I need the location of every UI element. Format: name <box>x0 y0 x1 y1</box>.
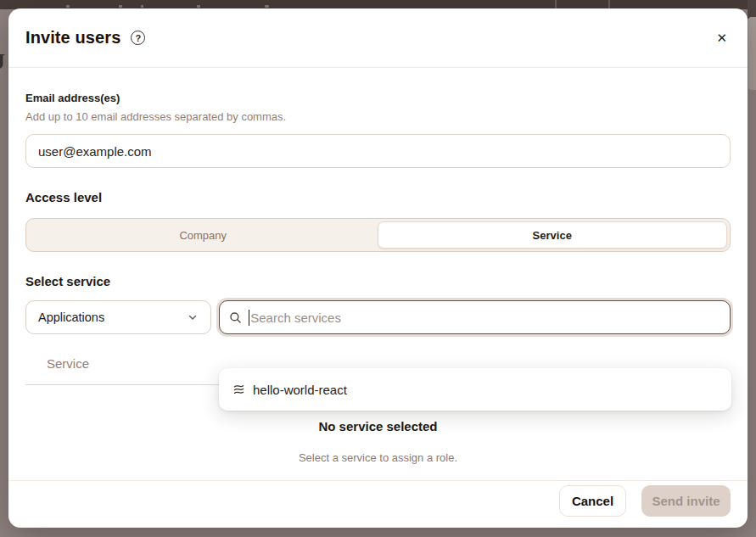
empty-state-subtitle: Select a service to assign a role. <box>25 451 731 464</box>
empty-state: No service selected Select a service to … <box>25 419 731 464</box>
service-search-box[interactable] <box>219 300 731 334</box>
segment-service-label: Service <box>533 229 572 242</box>
empty-state-title: No service selected <box>25 419 731 434</box>
search-result-item[interactable]: hello-world-react <box>219 374 731 405</box>
search-services-input[interactable] <box>250 310 720 325</box>
select-service-label: Select service <box>25 274 731 288</box>
background-text-fragment <box>265 5 269 8</box>
background-topbar-corner <box>748 0 756 19</box>
stack-icon <box>232 383 245 396</box>
service-type-select-value: Applications <box>38 310 104 324</box>
segment-service[interactable]: Service <box>378 221 728 249</box>
invite-users-modal: Invite users ? ✕ Email address(es) Add u… <box>8 8 748 528</box>
help-icon[interactable]: ? <box>131 31 145 45</box>
service-type-select[interactable]: Applications <box>25 300 211 334</box>
search-results-dropdown: hello-world-react <box>219 368 731 411</box>
segment-company[interactable]: Company <box>29 221 378 249</box>
segment-company-label: Company <box>179 229 227 242</box>
close-icon[interactable]: ✕ <box>713 28 731 48</box>
background-page-text-fragment: J <box>0 49 5 75</box>
modal-body: Email address(es) Add up to 10 email add… <box>8 68 748 480</box>
email-label: Email address(es) <box>25 92 731 104</box>
background-text-fragment <box>66 5 70 8</box>
background-text-fragment <box>141 5 143 8</box>
email-field[interactable] <box>25 134 731 168</box>
text-cursor <box>249 310 250 326</box>
email-hint: Add up to 10 email addresses separated b… <box>25 110 731 123</box>
background-text-fragment <box>197 5 200 8</box>
search-icon <box>229 311 242 324</box>
send-invite-button[interactable]: Send invite <box>641 485 731 517</box>
modal-header: Invite users ? ✕ <box>8 8 748 68</box>
service-filter-row: Applications <box>25 300 731 334</box>
access-level-segmented-control: Company Service <box>25 218 731 252</box>
background-scrollbar-thumb <box>748 17 756 90</box>
modal-footer: Cancel Send invite <box>8 480 748 528</box>
search-result-label: hello-world-react <box>253 383 347 397</box>
cancel-button[interactable]: Cancel <box>559 485 626 517</box>
modal-title: Invite users <box>25 28 120 48</box>
access-level-label: Access level <box>25 190 731 204</box>
background-text-fragment <box>119 5 122 8</box>
chevron-down-icon <box>187 311 199 323</box>
